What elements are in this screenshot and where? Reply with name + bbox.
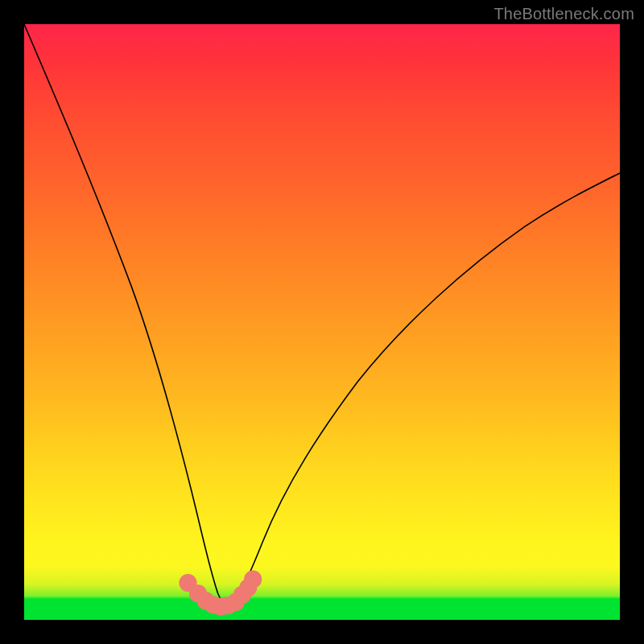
plot-area (24, 24, 620, 620)
svg-point-9 (247, 573, 259, 585)
bottleneck-curve (24, 24, 620, 605)
highlight-dots (182, 573, 258, 613)
curve-layer (24, 24, 620, 620)
watermark-text: TheBottleneck.com (493, 5, 634, 23)
chart-frame: TheBottleneck.com (0, 0, 644, 644)
